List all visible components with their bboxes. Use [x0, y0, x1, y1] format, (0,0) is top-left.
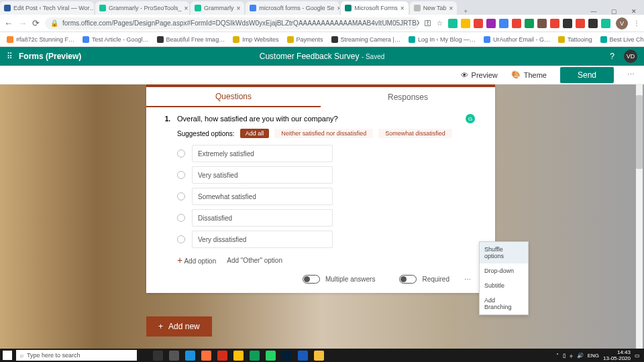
bookmark-item[interactable]: Beautiful Free Imag…: [157, 36, 225, 43]
radio-icon[interactable]: [177, 235, 185, 243]
tab-close-icon[interactable]: ×: [400, 5, 405, 12]
taskbar-search[interactable]: ⌕ Type here to search: [16, 350, 137, 361]
option-input[interactable]: Somewhat satisfied: [192, 188, 333, 205]
extension-icon[interactable]: [601, 19, 610, 28]
taskbar-app-icon[interactable]: [314, 351, 324, 361]
option-input[interactable]: Extremely satisfied: [192, 145, 333, 162]
extension-icon[interactable]: [461, 19, 470, 28]
taskbar-app-icon[interactable]: [298, 351, 308, 361]
grammarly-icon[interactable]: G: [466, 114, 475, 123]
extension-icon[interactable]: [486, 19, 496, 28]
wifi-icon[interactable]: ⏚: [570, 353, 573, 359]
radio-icon[interactable]: [177, 192, 185, 200]
menu-item[interactable]: Drop-down: [480, 263, 528, 278]
app-launcher-icon[interactable]: ⠿: [7, 52, 12, 61]
window-maximize[interactable]: ▢: [604, 8, 624, 15]
bookmark-item[interactable]: Imp Websites: [233, 36, 278, 43]
key-icon[interactable]: ⚿: [425, 19, 431, 27]
extension-icon[interactable]: [563, 19, 572, 28]
nav-reload[interactable]: ⟳: [32, 18, 40, 28]
option-input[interactable]: Very dissatisfied: [192, 231, 333, 248]
bookmark-item[interactable]: #fa872c Stunning F…: [7, 36, 74, 43]
tab-close-icon[interactable]: ×: [337, 5, 339, 12]
menu-item[interactable]: Subtitle: [480, 278, 528, 293]
taskbar-app-icon[interactable]: [201, 351, 211, 361]
taskbar-app-icon[interactable]: [250, 351, 260, 361]
add-all-button[interactable]: Add all: [240, 129, 270, 138]
chrome-profile[interactable]: V: [616, 17, 628, 29]
help-icon[interactable]: ?: [610, 52, 614, 61]
browser-tab[interactable]: microsoft forms - Google Se×: [246, 1, 339, 15]
browser-tab[interactable]: Grammarly - ProSeoTools_×: [95, 1, 189, 15]
new-tab-button[interactable]: +: [458, 8, 472, 15]
taskbar-app-icon[interactable]: [153, 351, 163, 361]
extension-icon[interactable]: [588, 19, 598, 28]
form-title[interactable]: Customer Feedback Survey: [260, 52, 360, 61]
extension-icon[interactable]: [537, 19, 547, 28]
extension-icon[interactable]: [448, 19, 458, 28]
bookmark-item[interactable]: Test Article - Googl…: [83, 36, 149, 43]
menu-item[interactable]: Shuffle options: [480, 242, 528, 263]
extension-icon[interactable]: [499, 19, 508, 28]
extension-icon[interactable]: [525, 19, 534, 28]
window-close[interactable]: ✕: [624, 8, 644, 15]
taskbar-app-icon[interactable]: [233, 351, 244, 361]
browser-tab[interactable]: New Tab×: [410, 1, 458, 15]
star-icon[interactable]: ☆: [437, 19, 443, 27]
add-new-question-button[interactable]: + Add new: [146, 316, 212, 337]
nav-forward[interactable]: →: [18, 18, 27, 28]
extension-icon[interactable]: [474, 19, 483, 28]
taskbar-clock[interactable]: 14:43 13-05-2020: [603, 349, 631, 361]
taskbar-app-icon[interactable]: [217, 351, 227, 361]
multiple-answers-toggle[interactable]: [303, 275, 320, 284]
taskbar-app-icon[interactable]: [282, 351, 292, 361]
menu-item[interactable]: Add Branching: [480, 293, 528, 314]
address-bar[interactable]: 🔒 forms.office.com/Pages/DesignPage.aspx…: [45, 17, 419, 29]
required-toggle[interactable]: [399, 275, 417, 284]
start-button[interactable]: [3, 351, 12, 360]
question-text[interactable]: Overall, how satisfied are you with our …: [177, 115, 459, 123]
sound-icon[interactable]: 🔊: [577, 353, 584, 359]
tab-questions[interactable]: Questions: [146, 87, 321, 107]
window-minimize[interactable]: —: [584, 8, 604, 15]
language-indicator[interactable]: ENG: [588, 353, 599, 359]
radio-icon[interactable]: [177, 149, 185, 158]
option-input[interactable]: Dissatisfied: [192, 209, 333, 227]
taskbar-app-icon[interactable]: [185, 351, 195, 361]
bookmark-item[interactable]: UrAuthor Email - G…: [484, 36, 550, 43]
nav-back[interactable]: ←: [4, 18, 13, 28]
option-input[interactable]: Very satisfied: [192, 166, 333, 184]
more-menu[interactable]: ⋯: [627, 70, 636, 79]
radio-icon[interactable]: [177, 214, 185, 222]
bookmark-item[interactable]: Best Live Chat: [600, 36, 644, 43]
tab-close-icon[interactable]: ×: [237, 5, 241, 12]
bookmark-item[interactable]: Tattooing: [558, 36, 592, 43]
notifications-icon[interactable]: ▭: [635, 353, 640, 359]
add-option-link[interactable]: + Add option: [177, 255, 216, 265]
user-avatar[interactable]: VD: [624, 50, 637, 63]
tray-up-icon[interactable]: ˄: [556, 353, 559, 359]
chrome-menu[interactable]: ⋮: [633, 19, 640, 27]
taskbar-app-icon[interactable]: [169, 351, 179, 361]
browser-tab[interactable]: Edit Post ‹ Tech Viral — Wor…×: [0, 1, 94, 15]
send-button[interactable]: Send: [560, 67, 614, 83]
extension-icon[interactable]: [512, 19, 521, 28]
bookmark-item[interactable]: Streaming Camera |…: [331, 36, 400, 43]
add-other-link[interactable]: Add "Other" option: [227, 257, 282, 264]
suggested-chip[interactable]: Neither satisfied nor dissatisfied: [274, 129, 373, 138]
question-more-menu[interactable]: ⋯: [464, 276, 471, 283]
vertical-scrollbar-thumb[interactable]: [636, 95, 643, 169]
bookmark-item[interactable]: Payments: [287, 36, 323, 43]
browser-tab[interactable]: Microsoft Forms×: [341, 1, 408, 15]
extension-icon[interactable]: [550, 19, 559, 28]
browser-tab[interactable]: Grammarly×: [191, 1, 244, 15]
tab-responses[interactable]: Responses: [321, 87, 495, 107]
preview-button[interactable]: 👁 Preview: [461, 71, 498, 79]
theme-button[interactable]: 🎨 Theme: [511, 70, 547, 79]
tab-close-icon[interactable]: ×: [184, 5, 189, 12]
battery-icon[interactable]: ▯: [563, 353, 566, 359]
suggested-chip[interactable]: Somewhat dissatisfied: [378, 129, 452, 138]
tab-close-icon[interactable]: ×: [449, 5, 453, 12]
bookmark-item[interactable]: Log In ‹ My Blog —…: [409, 36, 476, 43]
taskbar-app-icon[interactable]: [266, 351, 276, 361]
